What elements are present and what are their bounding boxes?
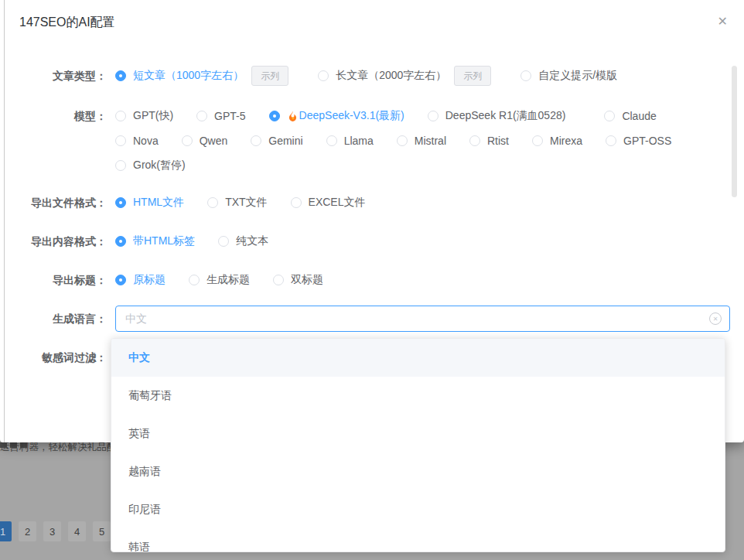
radio-model-gpt-fast[interactable]: GPT(快) — [115, 109, 173, 123]
article-type-label: 文章类型： — [5, 65, 107, 87]
dropdown-option-indonesian[interactable]: 印尼语 — [111, 490, 725, 528]
radio-on-icon — [115, 275, 126, 285]
close-icon[interactable]: ✕ — [718, 14, 728, 29]
radio-off-icon — [520, 70, 531, 81]
radio-model-deepseek-r1[interactable]: DeepSeek R1(满血0528) — [428, 109, 566, 123]
dropdown-option-korean[interactable]: 韩语 — [111, 528, 725, 552]
radio-model-deepseek-v31[interactable]: DeepSeek-V3.1(最新) — [269, 109, 404, 123]
dialog-title: 147SEO的AI配置 — [19, 15, 115, 31]
radio-off-icon — [604, 111, 615, 121]
clear-input-icon[interactable]: ✕ — [709, 312, 722, 325]
radio-model-mistral[interactable]: Mistral — [397, 135, 446, 147]
radio-model-claude[interactable]: Claude — [604, 110, 656, 122]
long-article-sample-button[interactable]: 示列 — [454, 66, 491, 86]
pagination-page-3[interactable]: 3 — [43, 521, 61, 541]
radio-off-icon — [182, 135, 193, 146]
radio-off-icon — [218, 236, 229, 247]
radio-model-nova[interactable]: Nova — [115, 135, 159, 147]
radio-model-gpt-oss[interactable]: GPT-OSS — [606, 135, 671, 147]
radio-txt-file[interactable]: TXT文件 — [207, 196, 267, 210]
export-file-format-label: 导出文件格式： — [5, 192, 107, 213]
row-generate-language: 生成语言： ✕ — [5, 306, 729, 332]
screen: 运营利器，轻松解决礼品配 1 2 3 4 5 147SEO的AI配置 ✕ 文章类… — [0, 0, 744, 560]
radio-html-file[interactable]: HTML文件 — [115, 196, 184, 210]
radio-model-qwen[interactable]: Qwen — [182, 135, 228, 147]
radio-on-icon — [269, 111, 280, 121]
radio-model-gemini[interactable]: Gemini — [251, 135, 302, 147]
radio-model-llama[interactable]: Llama — [326, 135, 374, 147]
radio-off-icon — [115, 160, 126, 171]
radio-model-grok[interactable]: Grok(暂停) — [115, 159, 186, 172]
radio-model-rtist[interactable]: Rtist — [469, 135, 509, 147]
radio-generated-title[interactable]: 生成标题 — [189, 273, 250, 287]
dropdown-option-english[interactable]: 英语 — [111, 415, 725, 452]
pagination-page-1[interactable]: 1 — [0, 521, 12, 541]
radio-off-icon — [291, 197, 302, 208]
radio-double-title[interactable]: 双标题 — [273, 273, 323, 287]
export-content-format-label: 导出内容格式： — [5, 230, 107, 252]
fire-icon — [287, 110, 299, 122]
radio-model-gpt5[interactable]: GPT-5 — [196, 110, 245, 122]
radio-on-icon — [115, 236, 126, 247]
radio-off-icon — [397, 135, 408, 146]
dropdown-option-chinese[interactable]: 中文 — [111, 339, 725, 377]
model-label: 模型： — [5, 104, 107, 128]
radio-off-icon — [115, 111, 126, 121]
language-dropdown: 中文 葡萄牙语 英语 越南语 印尼语 韩语 — [111, 338, 725, 552]
background-pagination: 1 2 3 4 5 — [0, 521, 111, 541]
radio-model-mirexa[interactable]: Mirexa — [532, 135, 582, 147]
pagination-page-2[interactable]: 2 — [19, 521, 36, 541]
row-export-title: 导出标题： 原标题 生成标题 双标题 — [5, 269, 729, 291]
row-export-content-format: 导出内容格式： 带HTML标签 纯文本 — [5, 230, 729, 252]
radio-original-title[interactable]: 原标题 — [115, 273, 166, 287]
dropdown-option-portuguese[interactable]: 葡萄牙语 — [111, 377, 725, 415]
radio-short-article[interactable]: 短文章（1000字左右） — [115, 69, 244, 83]
radio-plain-text[interactable]: 纯文本 — [218, 234, 268, 248]
radio-off-icon — [115, 135, 126, 146]
generate-language-label: 生成语言： — [5, 306, 107, 332]
radio-on-icon — [115, 70, 126, 81]
short-article-sample-button[interactable]: 示列 — [251, 66, 288, 86]
dropdown-option-vietnamese[interactable]: 越南语 — [111, 452, 725, 490]
row-article-type: 文章类型： 短文章（1000字左右） 示列 长文章（2000字左右） 示列 自定… — [5, 65, 729, 87]
radio-off-icon — [251, 135, 261, 146]
language-input[interactable] — [115, 306, 730, 332]
radio-off-icon — [606, 135, 616, 146]
radio-off-icon — [318, 70, 329, 81]
row-export-file-format: 导出文件格式： HTML文件 TXT文件 EXCEL文件 — [5, 192, 729, 213]
radio-off-icon — [196, 111, 207, 121]
radio-on-icon — [115, 197, 126, 208]
radio-off-icon — [532, 135, 543, 146]
row-model: 模型： GPT(快) GPT-5 — [5, 104, 729, 178]
pagination-page-5[interactable]: 5 — [93, 521, 111, 541]
radio-off-icon — [189, 275, 200, 285]
export-title-label: 导出标题： — [5, 269, 107, 291]
dialog-scrollbar-thumb[interactable] — [732, 66, 737, 197]
radio-with-html-tags[interactable]: 带HTML标签 — [115, 234, 195, 248]
background-snippet-text: 运营利器，轻松解决礼品配 — [0, 441, 111, 454]
radio-off-icon — [428, 111, 439, 121]
pagination-page-4[interactable]: 4 — [68, 521, 86, 541]
radio-off-icon — [207, 197, 218, 208]
radio-off-icon — [326, 135, 337, 146]
radio-custom-template[interactable]: 自定义提示/模版 — [520, 69, 617, 83]
radio-off-icon — [469, 135, 480, 146]
radio-excel-file[interactable]: EXCEL文件 — [291, 196, 366, 210]
sensitive-filter-label: 敏感词过滤： — [5, 347, 107, 368]
radio-off-icon — [273, 275, 284, 285]
radio-long-article[interactable]: 长文章（2000字左右） — [318, 69, 446, 83]
